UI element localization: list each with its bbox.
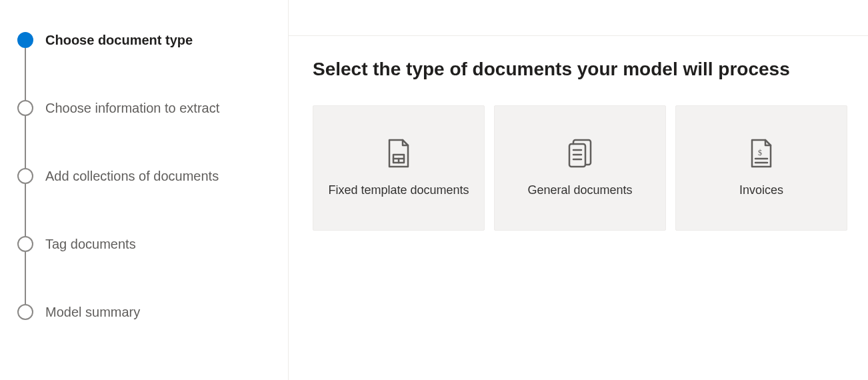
step-label: Model summary [45, 304, 140, 320]
wizard-steps-sidebar: Choose document type Choose information … [0, 0, 288, 380]
step-choose-information-to-extract[interactable]: Choose information to extract [17, 100, 275, 168]
step-marker-icon [17, 304, 33, 320]
header-spacer [289, 0, 868, 36]
step-marker-icon [17, 168, 33, 184]
card-label: Fixed template documents [328, 181, 469, 199]
step-marker-icon [17, 236, 33, 252]
card-label: Invoices [739, 181, 783, 199]
step-marker-icon [17, 32, 33, 48]
document-general-icon [565, 137, 595, 169]
card-invoices[interactable]: $ Invoices [675, 105, 847, 231]
card-label: General documents [527, 181, 632, 199]
main-content-area: Select the type of documents your model … [288, 0, 868, 380]
card-general-documents[interactable]: General documents [494, 105, 666, 231]
steps-list: Choose document type Choose information … [17, 32, 275, 320]
step-add-collections-of-documents[interactable]: Add collections of documents [17, 168, 275, 236]
card-fixed-template-documents[interactable]: Fixed template documents [313, 105, 485, 231]
step-connector [25, 184, 26, 236]
step-choose-document-type[interactable]: Choose document type [17, 32, 275, 100]
step-tag-documents[interactable]: Tag documents [17, 236, 275, 304]
step-model-summary[interactable]: Model summary [17, 304, 275, 320]
step-label: Add collections of documents [45, 168, 219, 184]
step-label: Choose information to extract [45, 100, 219, 116]
step-label: Choose document type [45, 32, 193, 48]
document-invoice-icon: $ [747, 137, 776, 169]
page-title: Select the type of documents your model … [313, 59, 847, 80]
step-connector [25, 116, 26, 168]
document-type-cards: Fixed template documents General documen… [313, 105, 847, 231]
document-template-icon [384, 137, 413, 169]
main-content: Select the type of documents your model … [289, 36, 868, 253]
step-connector [25, 48, 26, 100]
step-label: Tag documents [45, 236, 136, 252]
svg-text:$: $ [758, 148, 762, 157]
step-connector [25, 252, 26, 304]
step-marker-icon [17, 100, 33, 116]
